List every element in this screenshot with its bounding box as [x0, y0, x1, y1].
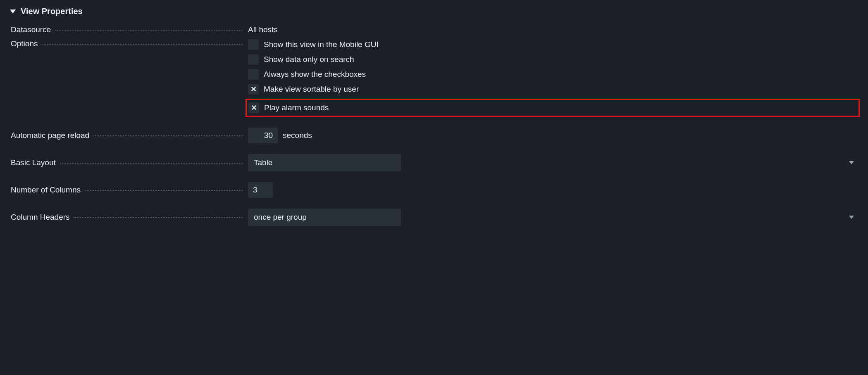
leader-dots — [74, 217, 243, 218]
label-column-headers: Column Headers — [11, 213, 70, 222]
panel-header[interactable]: View Properties — [8, 5, 860, 25]
checkbox-always-checkboxes[interactable] — [248, 69, 259, 80]
select-column-headers[interactable]: once per group — [248, 209, 401, 226]
label-auto-reload: Automatic page reload — [11, 131, 89, 140]
row-datasource: Datasource All hosts — [8, 25, 860, 34]
checkbox-label-mobile: Show this view in the Mobile GUI — [264, 40, 379, 49]
checkbox-label-alarm: Play alarm sounds — [264, 103, 329, 112]
option-sortable: Make view sortable by user — [248, 84, 860, 95]
option-mobile: Show this view in the Mobile GUI — [248, 39, 860, 50]
option-search-only: Show data only on search — [248, 54, 860, 65]
leader-dots — [93, 135, 243, 136]
panel-title: View Properties — [21, 7, 83, 16]
row-basic-layout: Basic Layout Table — [8, 154, 860, 171]
leader-dots — [55, 30, 243, 31]
label-basic-layout: Basic Layout — [11, 158, 56, 167]
checkbox-label-search-only: Show data only on search — [264, 55, 354, 64]
chevron-down-icon — [849, 161, 854, 164]
suffix-seconds: seconds — [283, 131, 312, 140]
label-num-columns: Number of Columns — [11, 185, 81, 195]
leader-dots — [42, 44, 243, 45]
row-num-columns: Number of Columns — [8, 182, 860, 198]
highlight-play-alarm: Play alarm sounds — [246, 99, 860, 117]
value-datasource: All hosts — [248, 25, 860, 34]
checkbox-label-sortable: Make view sortable by user — [264, 85, 359, 94]
checkbox-mobile[interactable] — [248, 39, 259, 50]
row-column-headers: Column Headers once per group — [8, 209, 860, 226]
view-properties-panel: View Properties Datasource All hosts Opt… — [0, 0, 868, 245]
row-auto-reload: Automatic page reload seconds — [8, 128, 860, 143]
checkbox-sortable[interactable] — [248, 84, 259, 95]
checkbox-alarm[interactable] — [248, 102, 259, 113]
input-num-columns[interactable] — [248, 182, 273, 198]
input-reload-seconds[interactable] — [248, 128, 278, 143]
row-options: Options Show this view in the Mobile GUI… — [8, 39, 860, 117]
option-checkboxes: Always show the checkboxes — [248, 69, 860, 80]
checkbox-search-only[interactable] — [248, 54, 259, 65]
collapse-icon — [10, 9, 16, 14]
select-basic-layout[interactable]: Table — [248, 154, 401, 171]
leader-dots — [85, 190, 243, 191]
checkbox-label-always-checkboxes: Always show the checkboxes — [264, 70, 366, 79]
leader-dots — [60, 163, 243, 164]
label-options: Options — [11, 39, 38, 48]
label-datasource: Datasource — [11, 25, 51, 34]
chevron-down-icon — [849, 216, 854, 219]
